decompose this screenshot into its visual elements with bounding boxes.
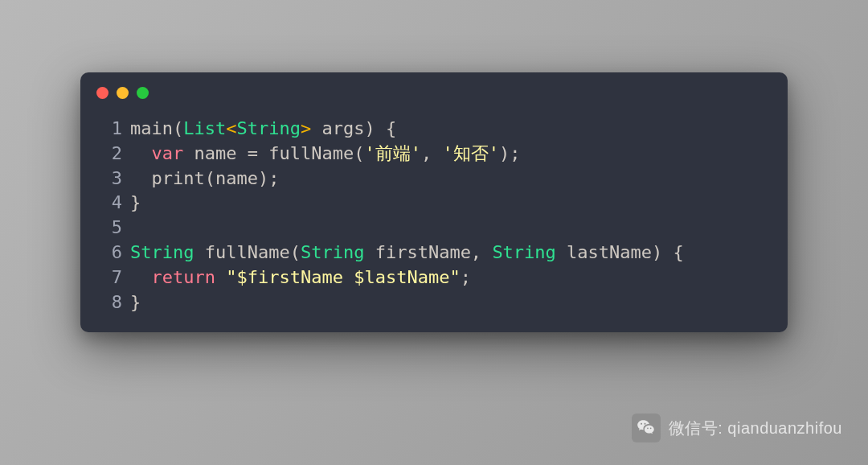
- code-token: ,: [421, 143, 443, 163]
- line-number: 8: [100, 290, 122, 315]
- line-number: 1: [100, 117, 122, 142]
- line-content: main(List<String> args) {: [122, 117, 396, 142]
- code-line: 5: [100, 216, 768, 241]
- code-token: );: [499, 143, 521, 163]
- code-line: 3 print(name);: [100, 167, 768, 191]
- code-token: "$firstName $lastName": [226, 267, 460, 287]
- line-content: }: [122, 191, 141, 216]
- code-token: '前端': [364, 143, 421, 163]
- close-icon[interactable]: [96, 87, 108, 99]
- footer-attribution: 微信号: qianduanzhifou: [632, 414, 842, 442]
- window-titlebar: [80, 72, 788, 105]
- code-token: String: [130, 242, 194, 262]
- code-token: '知否': [442, 143, 499, 163]
- footer-text: 微信号: qianduanzhifou: [669, 418, 842, 439]
- line-content: [122, 216, 141, 241]
- code-line: 8}: [100, 290, 768, 315]
- line-number: 4: [100, 191, 122, 216]
- wechat-icon: [632, 414, 661, 442]
- code-line: 7 return "$firstName $lastName";: [100, 265, 768, 290]
- code-token: String: [492, 242, 555, 262]
- code-token: main(: [130, 118, 183, 138]
- line-number: 6: [100, 241, 122, 265]
- code-token: >: [301, 118, 311, 138]
- code-line: 6String fullName(String firstName, Strin…: [100, 241, 768, 265]
- line-content: return "$firstName $lastName";: [122, 265, 471, 290]
- code-line: 4}: [100, 191, 768, 216]
- footer-label: 微信号:: [669, 419, 723, 437]
- code-token: [130, 267, 152, 287]
- line-number: 3: [100, 167, 122, 191]
- line-content: }: [122, 290, 141, 315]
- code-token: List: [183, 118, 226, 138]
- code-token: }: [130, 292, 141, 312]
- code-line: 2 var name = fullName('前端', '知否');: [100, 142, 768, 167]
- line-number: 2: [100, 142, 122, 167]
- code-token: String: [301, 242, 364, 262]
- code-line: 1main(List<String> args) {: [100, 117, 768, 142]
- code-block: 1main(List<String> args) {2 var name = f…: [80, 105, 788, 319]
- code-token: [130, 143, 152, 163]
- code-token: }: [130, 192, 141, 212]
- minimize-icon[interactable]: [117, 87, 129, 99]
- code-token: print(name);: [130, 168, 279, 188]
- code-token: <: [226, 118, 236, 138]
- footer-value: qianduanzhifou: [727, 419, 842, 437]
- code-token: var: [152, 143, 184, 163]
- line-number: 5: [100, 216, 122, 241]
- code-token: lastName) {: [556, 242, 684, 262]
- code-token: [215, 267, 226, 287]
- code-token: return: [152, 267, 215, 287]
- code-window: 1main(List<String> args) {2 var name = f…: [80, 72, 788, 332]
- line-content: String fullName(String firstName, String…: [122, 241, 684, 265]
- line-number: 7: [100, 265, 122, 290]
- code-token: fullName(: [194, 242, 300, 262]
- code-token: name = fullName(: [183, 143, 364, 163]
- code-token: args) {: [311, 118, 396, 138]
- line-content: var name = fullName('前端', '知否');: [122, 142, 520, 167]
- code-token: ;: [461, 267, 471, 287]
- line-content: print(name);: [122, 167, 279, 191]
- code-token: firstName,: [364, 242, 492, 262]
- code-token: String: [236, 118, 300, 138]
- maximize-icon[interactable]: [137, 87, 149, 99]
